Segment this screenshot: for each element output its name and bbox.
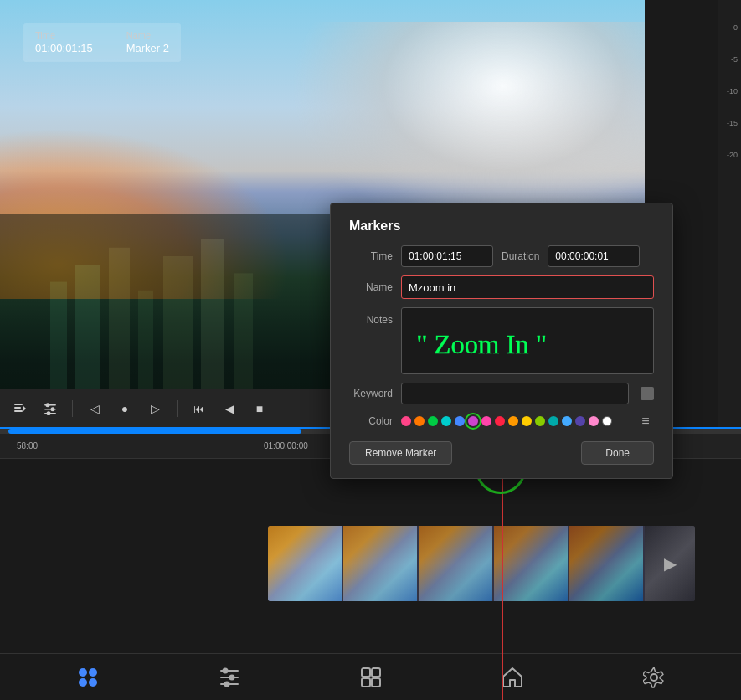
svg-rect-9 (14, 407, 21, 409)
keyword-dropdown[interactable] (641, 387, 654, 400)
video-info-overlay: Time 01:00:01:15 Name Marker 2 (23, 23, 181, 62)
grid-icon-svg (360, 667, 382, 688)
name-row: Name (349, 275, 654, 299)
clip-frame-3 (419, 526, 492, 601)
time-value: 01:00:01:15 (35, 42, 93, 54)
color-dot-sky[interactable] (562, 416, 572, 426)
svg-point-24 (89, 678, 97, 687)
svg-point-30 (224, 681, 229, 687)
bottom-toolbar (0, 653, 741, 700)
svg-point-21 (79, 668, 87, 677)
prev-frame-button[interactable]: ◁ (83, 397, 106, 420)
clip-frame-2 (343, 526, 417, 601)
color-dot-orange[interactable] (414, 416, 425, 426)
color-dot-red2[interactable] (495, 416, 505, 426)
divider-1 (72, 400, 73, 417)
name-label: Name (126, 30, 169, 40)
svg-marker-35 (503, 668, 522, 687)
color-dots (401, 416, 629, 426)
color-dot-blue[interactable] (455, 416, 465, 426)
svg-rect-10 (14, 410, 23, 412)
app-icon (76, 666, 100, 689)
play-dot-button[interactable]: ● (113, 397, 136, 420)
color-row: Color ≡ (349, 413, 654, 430)
settings-button[interactable] (639, 662, 669, 692)
keyword-label: Keyword (349, 388, 393, 399)
ruler-tick-0: 0 (718, 23, 741, 32)
color-dot-purple-selected[interactable] (468, 416, 478, 426)
svg-point-15 (51, 407, 55, 411)
svg-rect-31 (362, 668, 370, 677)
duration-label: Duration (502, 250, 539, 262)
sliders-button[interactable] (39, 397, 62, 420)
time-label-58: 58:00 (17, 441, 38, 450)
svg-point-17 (47, 411, 51, 415)
time-label-100000: 01:00:00:00 (264, 441, 308, 450)
home-icon-svg (502, 667, 523, 688)
color-dot-white[interactable] (602, 416, 612, 426)
color-menu-button[interactable]: ≡ (637, 413, 654, 430)
time-input[interactable] (401, 245, 493, 267)
track-row: ▶ (0, 526, 741, 601)
home-button[interactable] (497, 662, 527, 692)
color-dot-pink[interactable] (401, 416, 411, 426)
color-dot-indigo[interactable] (575, 416, 585, 426)
time-label-dialog: Time (349, 250, 393, 262)
ruler-tick-5: -5 (718, 55, 741, 64)
svg-rect-8 (14, 404, 23, 405)
time-duration-row: Time Duration (349, 245, 654, 267)
color-dot-yellow[interactable] (522, 416, 532, 426)
ruler-right: 0 -5 -10 -15 -20 (718, 0, 741, 427)
next-frame-button[interactable]: ▷ (143, 397, 167, 420)
svg-point-28 (229, 674, 234, 680)
svg-point-22 (89, 668, 97, 677)
svg-rect-32 (372, 668, 380, 677)
marker-name-value: Marker 2 (126, 42, 169, 54)
playlist-button[interactable] (8, 397, 32, 420)
clip-frame-1 (268, 526, 342, 601)
svg-marker-11 (23, 406, 26, 411)
ruler-tick-15: -15 (718, 119, 741, 127)
divider-2 (177, 400, 178, 417)
clip-frame-5 (569, 526, 643, 601)
color-dot-orange2[interactable] (508, 416, 518, 426)
name-input[interactable] (401, 275, 654, 299)
time-label: Time (35, 30, 93, 40)
keyword-row: Keyword (349, 383, 654, 404)
mixer-icon-svg (219, 667, 240, 688)
svg-point-36 (651, 674, 657, 681)
app-home-button[interactable] (73, 662, 103, 692)
svg-rect-33 (362, 678, 370, 687)
grid-button[interactable] (356, 662, 386, 692)
playlist-icon (13, 402, 27, 415)
color-label: Color (349, 415, 393, 427)
done-button[interactable]: Done (581, 441, 654, 465)
clip-frame-4 (494, 526, 568, 601)
dialog-buttons: Remove Marker Done (349, 441, 654, 465)
color-dot-cyan[interactable] (441, 416, 451, 426)
keyword-input[interactable] (401, 383, 629, 404)
svg-point-23 (79, 678, 87, 687)
mixer-button[interactable] (214, 662, 244, 692)
ruler-tick-10: -10 (718, 87, 741, 95)
color-dot-magenta[interactable] (481, 416, 491, 426)
color-dot-teal[interactable] (548, 416, 558, 426)
remove-marker-button[interactable]: Remove Marker (349, 441, 452, 465)
ruler-tick-20: -20 (718, 151, 741, 159)
color-dot-lime[interactable] (535, 416, 545, 426)
video-clip[interactable]: ▶ (268, 526, 695, 601)
color-dot-green[interactable] (428, 416, 438, 426)
handwriting-text: " Zoom In " (416, 329, 547, 359)
notes-handwriting-svg: " Zoom In " (402, 308, 653, 373)
markers-dialog: Markers Time Duration Name Notes " Zoom … (330, 203, 673, 479)
notes-label: Notes (349, 314, 393, 326)
svg-point-26 (222, 667, 228, 673)
color-dot-pink2[interactable] (589, 416, 599, 426)
skip-back-button[interactable]: ⏮ (188, 397, 211, 420)
clip-frame-last: ▶ (645, 526, 695, 601)
skip-prev-button[interactable]: ◀ (218, 397, 241, 420)
notes-area[interactable]: " Zoom In " (401, 307, 654, 374)
stop-button[interactable]: ■ (248, 397, 271, 420)
dialog-title: Markers (349, 219, 654, 234)
duration-input[interactable] (548, 245, 640, 267)
